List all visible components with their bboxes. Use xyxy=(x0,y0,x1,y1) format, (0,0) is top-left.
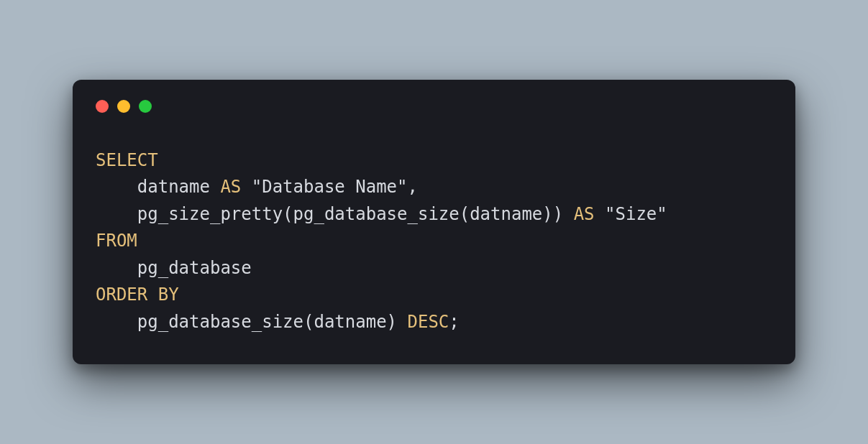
func-size-pretty: pg_size_pretty(pg_database_size(datname)… xyxy=(137,204,574,224)
indent xyxy=(96,204,137,224)
zoom-icon[interactable] xyxy=(139,100,152,113)
keyword-as: AS xyxy=(220,177,241,197)
func-db-size: pg_database_size(datname) xyxy=(137,312,408,332)
alias-dbname: "Database Name" xyxy=(241,177,407,197)
minimize-icon[interactable] xyxy=(117,100,130,113)
close-icon[interactable] xyxy=(96,100,109,113)
semicolon: ; xyxy=(449,312,459,332)
indent xyxy=(96,258,137,278)
keyword-as: AS xyxy=(574,204,595,224)
table-pg-database: pg_database xyxy=(137,258,252,278)
code-block: SELECT datname AS "Database Name", pg_si… xyxy=(96,147,772,336)
indent xyxy=(96,312,137,332)
window-titlebar xyxy=(96,100,772,113)
comma: , xyxy=(407,177,417,197)
column-datname: datname xyxy=(137,177,221,197)
indent xyxy=(96,177,137,197)
keyword-from: FROM xyxy=(96,231,137,251)
code-window: SELECT datname AS "Database Name", pg_si… xyxy=(73,80,795,364)
keyword-desc: DESC xyxy=(407,312,449,332)
keyword-select: SELECT xyxy=(96,150,158,170)
alias-size: "Size" xyxy=(595,204,667,224)
keyword-order-by: ORDER BY xyxy=(96,285,179,305)
